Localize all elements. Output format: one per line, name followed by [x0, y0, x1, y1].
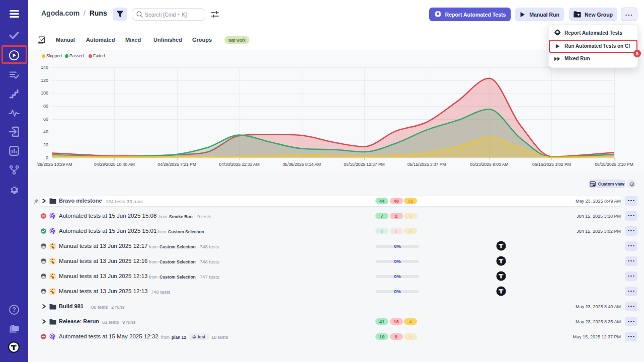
- svg-text:?: ?: [12, 306, 16, 313]
